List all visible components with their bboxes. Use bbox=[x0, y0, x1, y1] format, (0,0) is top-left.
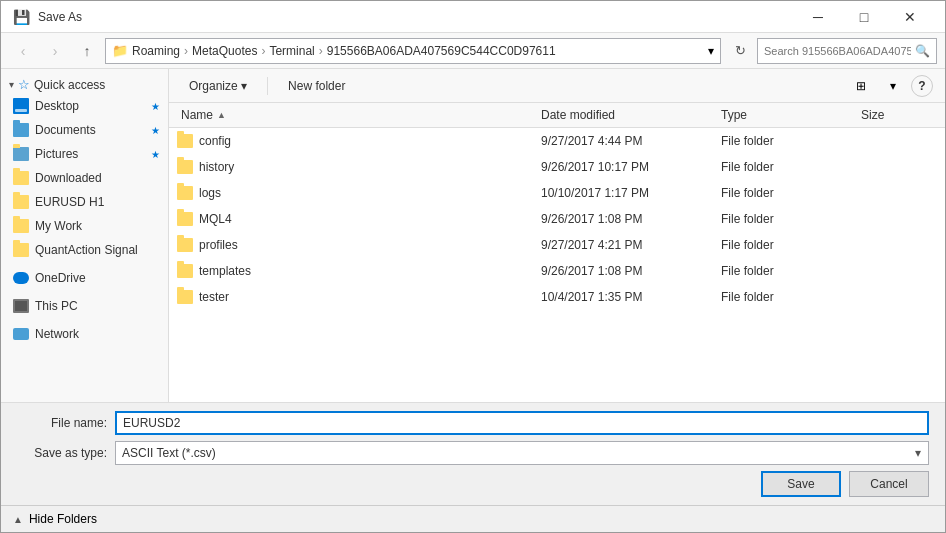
file-type-cell: File folder bbox=[717, 238, 857, 252]
file-name-cell: tester bbox=[177, 290, 537, 304]
folder-icon bbox=[177, 186, 193, 200]
save-as-type-select[interactable]: ASCII Text (*.csv) bbox=[115, 441, 929, 465]
file-date-cell: 9/26/2017 1:08 PM bbox=[537, 264, 717, 278]
window-title: Save As bbox=[38, 10, 82, 24]
maximize-button[interactable]: □ bbox=[841, 1, 887, 33]
back-button[interactable]: ‹ bbox=[9, 37, 37, 65]
help-button[interactable]: ? bbox=[911, 75, 933, 97]
hide-folders-row[interactable]: ▲ Hide Folders bbox=[1, 505, 945, 532]
network-icon bbox=[13, 328, 29, 340]
onedrive-icon bbox=[13, 272, 29, 284]
address-crumb: Roaming › MetaQuotes › Terminal › 915566… bbox=[132, 44, 556, 58]
sidebar-item-desktop[interactable]: Desktop ★ bbox=[1, 94, 168, 118]
sidebar-item-onedrive[interactable]: OneDrive bbox=[1, 266, 168, 290]
cancel-button[interactable]: Cancel bbox=[849, 471, 929, 497]
folder-icon bbox=[177, 290, 193, 304]
table-row[interactable]: config 9/27/2017 4:44 PM File folder bbox=[169, 128, 945, 154]
table-row[interactable]: templates 9/26/2017 1:08 PM File folder bbox=[169, 258, 945, 284]
table-row[interactable]: MQL4 9/26/2017 1:08 PM File folder bbox=[169, 206, 945, 232]
minimize-button[interactable]: ─ bbox=[795, 1, 841, 33]
sidebar-item-quantaction[interactable]: QuantAction Signal bbox=[1, 238, 168, 262]
desktop-icon bbox=[13, 98, 29, 114]
pin-icon-pics: ★ bbox=[151, 149, 160, 160]
file-name-label: profiles bbox=[199, 238, 238, 252]
col-name-label: Name bbox=[181, 108, 213, 122]
table-row[interactable]: tester 10/4/2017 1:35 PM File folder bbox=[169, 284, 945, 310]
bottom-section: File name: Save as type: ASCII Text (*.c… bbox=[1, 402, 945, 505]
navigation-toolbar: ‹ › ↑ 📁 Roaming › MetaQuotes › Terminal … bbox=[1, 33, 945, 69]
col-type-header[interactable]: Type bbox=[717, 106, 857, 124]
refresh-button[interactable]: ↻ bbox=[727, 38, 753, 64]
sidebar-onedrive-label: OneDrive bbox=[35, 271, 160, 285]
new-folder-button[interactable]: New folder bbox=[280, 76, 353, 96]
file-name-cell: templates bbox=[177, 264, 537, 278]
thispc-icon bbox=[13, 299, 29, 313]
search-box[interactable]: 🔍 bbox=[757, 38, 937, 64]
file-name-input[interactable] bbox=[115, 411, 929, 435]
view-grid-icon: ⊞ bbox=[856, 79, 866, 93]
organize-button[interactable]: Organize ▾ bbox=[181, 76, 255, 96]
file-type-cell: File folder bbox=[717, 264, 857, 278]
folder-icon bbox=[177, 264, 193, 278]
col-name-header[interactable]: Name ▲ bbox=[177, 106, 537, 124]
file-name-label: logs bbox=[199, 186, 221, 200]
address-bar[interactable]: 📁 Roaming › MetaQuotes › Terminal › 9155… bbox=[105, 38, 721, 64]
view-options-button[interactable]: ⊞ bbox=[847, 72, 875, 100]
sort-arrow-icon: ▲ bbox=[217, 110, 226, 120]
table-row[interactable]: logs 10/10/2017 1:17 PM File folder bbox=[169, 180, 945, 206]
table-row[interactable]: history 9/26/2017 10:17 PM File folder bbox=[169, 154, 945, 180]
file-date-cell: 9/26/2017 1:08 PM bbox=[537, 212, 717, 226]
sidebar: ▾ ☆ Quick access Desktop ★ Documents ★ P… bbox=[1, 69, 169, 402]
search-icon: 🔍 bbox=[915, 44, 930, 58]
title-bar-left: 💾 Save As bbox=[13, 9, 82, 25]
file-date-cell: 10/10/2017 1:17 PM bbox=[537, 186, 717, 200]
col-type-label: Type bbox=[721, 108, 747, 122]
sidebar-item-eurusd[interactable]: EURUSD H1 bbox=[1, 190, 168, 214]
quick-access-label: Quick access bbox=[34, 78, 105, 92]
sidebar-item-downloaded[interactable]: Downloaded bbox=[1, 166, 168, 190]
file-date-cell: 9/27/2017 4:21 PM bbox=[537, 238, 717, 252]
folder-icon-addr: 📁 bbox=[112, 43, 128, 58]
folder-icon bbox=[177, 212, 193, 226]
cancel-label: Cancel bbox=[870, 477, 907, 491]
crumb-terminal[interactable]: Terminal bbox=[269, 44, 314, 58]
file-name-cell: profiles bbox=[177, 238, 537, 252]
hide-folders-label: Hide Folders bbox=[29, 512, 97, 526]
file-name-label: MQL4 bbox=[199, 212, 232, 226]
crumb-metaquotes[interactable]: MetaQuotes bbox=[192, 44, 257, 58]
forward-button[interactable]: › bbox=[41, 37, 69, 65]
quick-access-header[interactable]: ▾ ☆ Quick access bbox=[1, 73, 168, 94]
documents-icon bbox=[13, 123, 29, 137]
sidebar-item-mywork[interactable]: My Work bbox=[1, 214, 168, 238]
new-folder-label: New folder bbox=[288, 79, 345, 93]
toolbar-divider bbox=[267, 77, 268, 95]
file-name-label: history bbox=[199, 160, 234, 174]
search-input[interactable] bbox=[764, 45, 911, 57]
close-button[interactable]: ✕ bbox=[887, 1, 933, 33]
crumb-roaming[interactable]: Roaming bbox=[132, 44, 180, 58]
file-type-cell: File folder bbox=[717, 186, 857, 200]
sidebar-item-pictures[interactable]: Pictures ★ bbox=[1, 142, 168, 166]
col-date-header[interactable]: Date modified bbox=[537, 106, 717, 124]
save-button[interactable]: Save bbox=[761, 471, 841, 497]
sidebar-pictures-label: Pictures bbox=[35, 147, 145, 161]
window-icon: 💾 bbox=[13, 9, 30, 25]
save-as-type-select-wrap[interactable]: ASCII Text (*.csv) bbox=[115, 441, 929, 465]
pin-icon-docs: ★ bbox=[151, 125, 160, 136]
up-button[interactable]: ↑ bbox=[73, 37, 101, 65]
col-date-label: Date modified bbox=[541, 108, 615, 122]
address-dropdown-icon[interactable]: ▾ bbox=[708, 44, 714, 58]
view-dropdown-button[interactable]: ▾ bbox=[879, 72, 907, 100]
col-size-header[interactable]: Size bbox=[857, 106, 937, 124]
sidebar-item-thispc[interactable]: This PC bbox=[1, 294, 168, 318]
downloaded-icon bbox=[13, 171, 29, 185]
crumb-hash[interactable]: 915566BA06ADA407569C544CC0D97611 bbox=[327, 44, 556, 58]
file-list: Name ▲ Date modified Type Size bbox=[169, 103, 945, 402]
chevron-down-icon: ▾ bbox=[9, 79, 14, 90]
file-name-label: config bbox=[199, 134, 231, 148]
col-size-label: Size bbox=[861, 108, 884, 122]
sidebar-item-network[interactable]: Network bbox=[1, 322, 168, 346]
table-row[interactable]: profiles 9/27/2017 4:21 PM File folder bbox=[169, 232, 945, 258]
sidebar-item-documents[interactable]: Documents ★ bbox=[1, 118, 168, 142]
file-name-label: templates bbox=[199, 264, 251, 278]
